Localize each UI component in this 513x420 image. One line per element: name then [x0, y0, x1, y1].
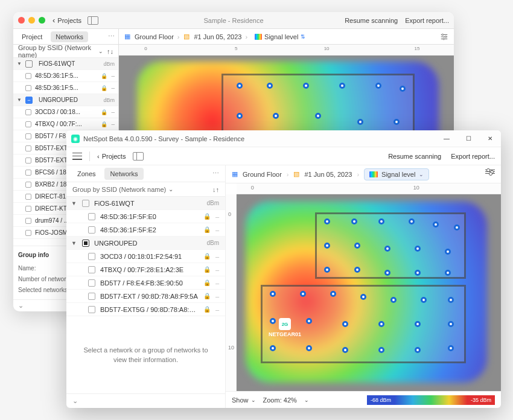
- survey-point[interactable]: [445, 249, 451, 255]
- survey-point[interactable]: [342, 347, 348, 353]
- survey-point[interactable]: [270, 318, 276, 324]
- disclosure-icon[interactable]: ▼: [17, 97, 22, 103]
- survey-point[interactable]: [270, 291, 276, 297]
- disclosure-icon[interactable]: ▼: [71, 240, 77, 246]
- survey-point[interactable]: [339, 83, 345, 89]
- survey-point[interactable]: [330, 291, 336, 297]
- close-icon[interactable]: [18, 17, 25, 24]
- group-header[interactable]: ▼ − UNGROUPED dBm: [13, 94, 118, 106]
- survey-point[interactable]: [448, 345, 454, 351]
- survey-point[interactable]: [415, 347, 421, 353]
- maximize-button[interactable]: ☐: [457, 130, 479, 147]
- group-checkbox[interactable]: [25, 60, 33, 68]
- checkbox[interactable]: [88, 253, 95, 260]
- network-item[interactable]: 48:5D:36:1F:5...🔒–: [13, 70, 118, 82]
- heatmap-canvas[interactable]: 2G NETGEAR01: [237, 194, 501, 391]
- checkbox[interactable]: [25, 230, 31, 236]
- group-checkbox[interactable]: −: [25, 97, 33, 104]
- checkbox[interactable]: [25, 133, 31, 139]
- checkbox[interactable]: [25, 206, 31, 212]
- survey-point[interactable]: [433, 221, 439, 228]
- crumb-floor[interactable]: Ground Floor: [243, 171, 282, 178]
- survey-point[interactable]: [448, 321, 454, 327]
- survey-point[interactable]: [378, 347, 384, 353]
- checkbox[interactable]: [25, 121, 31, 127]
- sort-button[interactable]: ↑↓: [107, 48, 113, 55]
- sort-button[interactable]: ↓↑: [212, 186, 219, 193]
- more-icon[interactable]: ⋯: [212, 170, 220, 177]
- survey-point[interactable]: [415, 321, 421, 327]
- survey-point[interactable]: [354, 243, 360, 249]
- grouping-dropdown[interactable]: Group by SSID (Network name): [18, 44, 95, 59]
- network-item[interactable]: 48:5D:36:1F:5F:E0🔒–: [66, 210, 225, 223]
- collapse-icon[interactable]: ⌄: [72, 397, 78, 405]
- survey-point[interactable]: [454, 224, 460, 231]
- survey-point[interactable]: [390, 297, 397, 303]
- survey-point[interactable]: [324, 243, 330, 249]
- more-icon[interactable]: ⋯: [108, 33, 115, 40]
- survey-point[interactable]: [270, 345, 276, 351]
- group-header[interactable]: ▼ FiOS-61WQT dBm: [13, 58, 118, 70]
- survey-point[interactable]: [445, 270, 451, 276]
- minimize-icon[interactable]: [28, 17, 35, 24]
- network-item[interactable]: BD5T7-EXT5G / 90:8D:78:A8:F9:5C🔒–: [66, 303, 225, 316]
- group-header[interactable]: ▼ FiOS-61WQT dBm: [66, 197, 225, 210]
- survey-point[interactable]: [300, 291, 306, 297]
- survey-point[interactable]: [324, 267, 330, 273]
- settings-icon[interactable]: [485, 170, 495, 179]
- survey-point[interactable]: [306, 318, 312, 324]
- checkbox[interactable]: [88, 213, 95, 220]
- grouping-dropdown[interactable]: Group by SSID (Network name): [72, 186, 166, 193]
- export-report-button[interactable]: Export report...: [405, 17, 449, 24]
- minimize-button[interactable]: —: [436, 130, 457, 147]
- zoom-icon[interactable]: [39, 17, 45, 24]
- back-button[interactable]: ‹ Projects: [53, 16, 81, 25]
- survey-point[interactable]: [415, 270, 421, 276]
- show-dropdown[interactable]: Show ⌄: [232, 396, 256, 404]
- checkbox[interactable]: [25, 170, 31, 176]
- crumb-snapshot[interactable]: #1 Jun 05, 2023: [194, 33, 241, 40]
- visualization-dropdown[interactable]: Signal level ⇅: [251, 32, 309, 42]
- network-item[interactable]: 48:5D:36:1F:5...🔒–: [13, 82, 118, 94]
- network-item[interactable]: BD5T7 / F8:E4:FB:3E:90:50🔒–: [66, 276, 225, 290]
- survey-point[interactable]: [267, 83, 273, 89]
- checkbox[interactable]: [88, 279, 95, 287]
- checkbox[interactable]: [25, 109, 31, 115]
- survey-point[interactable]: [273, 113, 279, 119]
- group-header[interactable]: ▼ UNGROUPED dBm: [66, 237, 225, 250]
- tab-project[interactable]: Project: [17, 31, 47, 42]
- survey-point[interactable]: [394, 119, 400, 125]
- survey-point[interactable]: [409, 218, 415, 224]
- survey-point[interactable]: [306, 345, 312, 351]
- checkbox[interactable]: [88, 226, 95, 234]
- survey-point[interactable]: [357, 119, 363, 125]
- network-item[interactable]: 4TBXQ / 00:7F:28:E1:A2:3E🔒–: [66, 263, 225, 276]
- survey-point[interactable]: [315, 113, 321, 119]
- disclosure-icon[interactable]: ▼: [17, 61, 22, 66]
- survey-point[interactable]: [354, 267, 360, 273]
- back-button[interactable]: ‹ Projects: [97, 153, 126, 160]
- visualization-dropdown[interactable]: Signal level ⌄: [364, 168, 429, 180]
- survey-point[interactable]: [237, 113, 243, 119]
- survey-point[interactable]: [342, 321, 348, 327]
- network-item[interactable]: 3OCD3 / 00:18:01:F2:54:91🔒–: [66, 250, 225, 263]
- network-item[interactable]: 3OCD3 / 00:18...🔒–: [13, 106, 118, 118]
- checkbox[interactable]: [25, 158, 31, 164]
- group-checkbox[interactable]: [82, 200, 89, 207]
- checkbox[interactable]: [88, 306, 95, 313]
- survey-point[interactable]: [324, 218, 330, 224]
- checkbox[interactable]: [25, 218, 31, 224]
- survey-point[interactable]: [448, 297, 454, 303]
- checkbox[interactable]: [25, 145, 31, 151]
- tab-networks[interactable]: Networks: [104, 168, 144, 180]
- zoom-level[interactable]: Zoom: 42%: [263, 396, 297, 404]
- checkbox[interactable]: [25, 194, 31, 200]
- disclosure-icon[interactable]: ▼: [71, 200, 77, 206]
- sidebar-toggle-icon[interactable]: [133, 152, 144, 161]
- survey-point[interactable]: [360, 294, 366, 300]
- settings-icon[interactable]: [439, 32, 449, 42]
- resume-scanning-button[interactable]: Resume scanning: [345, 17, 398, 24]
- tab-zones[interactable]: Zones: [71, 168, 102, 180]
- checkbox[interactable]: [88, 293, 95, 300]
- crumb-snapshot[interactable]: #1 Jun 05, 2023: [304, 171, 352, 178]
